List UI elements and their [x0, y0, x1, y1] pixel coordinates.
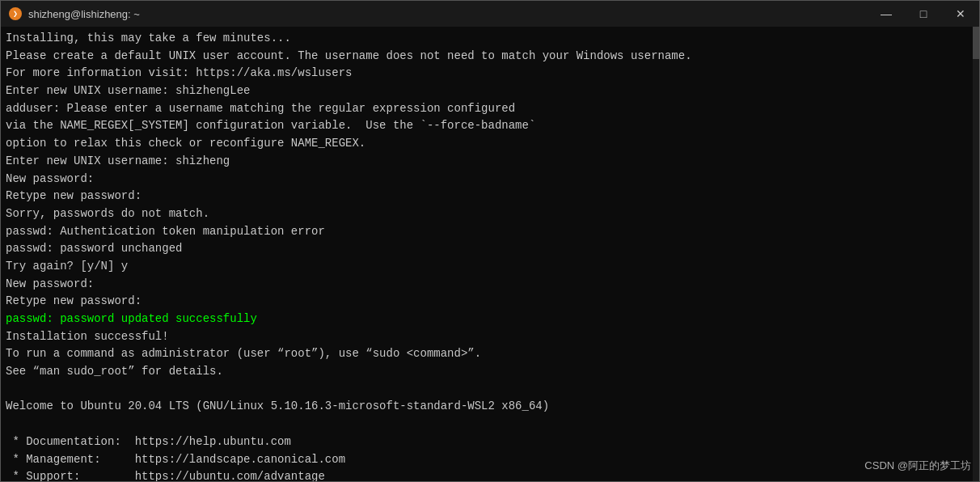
- line-24: * Support: https://ubuntu.com/advantage: [6, 470, 325, 481]
- watermark: CSDN @阿正的梦工坊: [864, 459, 971, 473]
- scrollbar[interactable]: [973, 27, 979, 481]
- window-title: shizheng@lishizheng: ~: [28, 8, 140, 20]
- line-22: * Documentation: https://help.ubuntu.com: [6, 435, 291, 448]
- line-17: passwd: password updated successfully: [6, 312, 257, 325]
- line-6: via the NAME_REGEX[_SYSTEM] configuratio…: [6, 119, 535, 132]
- line-4: Enter new UNIX username: shizhengLee: [6, 84, 250, 97]
- line-13: passwd: password unchanged: [6, 242, 182, 255]
- line-20: See “man sudo_root” for details.: [6, 365, 223, 378]
- line-12: passwd: Authentication token manipulatio…: [6, 225, 325, 238]
- terminal-output: Installing, this may take a few minutes.…: [6, 30, 974, 481]
- line-15: New password:: [6, 277, 94, 290]
- app-icon: ❯: [9, 7, 22, 20]
- line-7: option to relax this check or reconfigur…: [6, 137, 365, 150]
- close-button[interactable]: ✕: [942, 1, 979, 27]
- line-5: adduser: Please enter a username matchin…: [6, 102, 515, 115]
- line-16: Retype new password:: [6, 294, 142, 307]
- line-23: * Management: https://landscape.canonica…: [6, 453, 345, 466]
- title-bar-left: ❯ shizheng@lishizheng: ~: [9, 7, 140, 20]
- line-21: Welcome to Ubuntu 20.04 LTS (GNU/Linux 5…: [6, 400, 549, 412]
- line-14: Try again? [y/N] y: [6, 260, 128, 273]
- line-10: Retype new password:: [6, 189, 142, 202]
- line-1: Installing, this may take a few minutes.…: [6, 32, 291, 44]
- line-19: To run a command as administrator (user …: [6, 347, 481, 360]
- line-11: Sorry, passwords do not match.: [6, 207, 209, 220]
- line-2: Please create a default UNIX user accoun…: [6, 49, 692, 62]
- line-3: For more information visit: https://aka.…: [6, 66, 352, 79]
- terminal-body[interactable]: Installing, this may take a few minutes.…: [1, 27, 979, 481]
- scrollbar-thumb[interactable]: [973, 27, 979, 59]
- title-bar: ❯ shizheng@lishizheng: ~ — □ ✕: [1, 1, 979, 27]
- minimize-button[interactable]: —: [868, 1, 905, 27]
- line-8: Enter new UNIX username: shizheng: [6, 154, 230, 167]
- line-18: Installation successful!: [6, 330, 169, 343]
- line-9: New password:: [6, 172, 94, 185]
- maximize-button[interactable]: □: [905, 1, 942, 27]
- window-controls: — □ ✕: [868, 1, 979, 27]
- terminal-window: ❯ shizheng@lishizheng: ~ — □ ✕ Installin…: [0, 0, 980, 482]
